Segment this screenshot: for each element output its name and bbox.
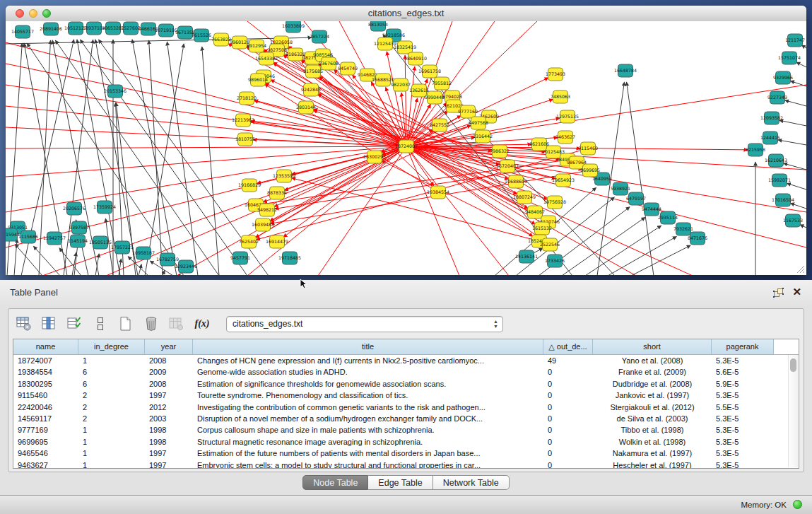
network-edge[interactable] — [787, 183, 806, 189]
network-edge[interactable] — [119, 259, 121, 275]
table-cell[interactable]: 2 — [78, 402, 145, 413]
table-cell[interactable]: 6 — [78, 366, 145, 378]
table-cell[interactable]: 0 — [543, 460, 593, 469]
table-cell[interactable]: Disruption of a novel member of a sodium… — [193, 413, 543, 424]
table-cell[interactable]: 5.9E-5 — [712, 378, 774, 390]
network-canvas[interactable]: 1405571720891406105121271893710410653287… — [6, 21, 806, 275]
table-row[interactable]: 969969511998Structural magnetic resonanc… — [13, 436, 799, 448]
table-cell[interactable]: 49 — [543, 355, 593, 366]
table-cell[interactable]: 5.3E-5 — [712, 424, 774, 436]
network-edge[interactable] — [779, 120, 806, 126]
network-edge[interactable] — [139, 264, 141, 275]
table-cell[interactable]: 1997 — [145, 448, 193, 459]
table-header[interactable]: namein_degreeyeartitle△ out_de...shortpa… — [13, 339, 799, 355]
table-cell[interactable]: 2 — [78, 413, 145, 424]
float-panel-icon[interactable] — [773, 288, 784, 298]
table-cell[interactable]: Tourette syndrome. Phenomenology and cla… — [193, 390, 543, 401]
network-edge[interactable] — [801, 45, 806, 48]
column-header[interactable]: year — [145, 339, 193, 354]
network-edge[interactable] — [796, 62, 806, 67]
network-edge[interactable] — [790, 81, 806, 86]
table-cell[interactable]: Corpus callosum shape and size in male p… — [193, 424, 543, 436]
table-cell[interactable]: 1997 — [145, 460, 193, 469]
table-cell[interactable]: 9115460 — [13, 390, 78, 401]
table-row[interactable]: 1938455462009Genome-wide association stu… — [13, 366, 799, 378]
function-builder-icon[interactable]: f(x) — [194, 315, 211, 332]
table-cell[interactable]: Structural magnetic resonance image aver… — [193, 436, 543, 448]
table-cell[interactable]: 9465546 — [13, 448, 78, 459]
table-settings-icon[interactable] — [16, 315, 33, 332]
tab-network-table[interactable]: Network Table — [433, 475, 510, 490]
table-cell[interactable]: Estimation of the future numbers of pati… — [193, 448, 543, 459]
network-edge[interactable] — [790, 203, 806, 209]
table-cell[interactable]: 1 — [78, 460, 145, 469]
table-cell[interactable]: 5.3E-5 — [712, 448, 774, 459]
table-cell[interactable]: Genome-wide association studies in ADHD. — [193, 366, 543, 378]
table-cell[interactable]: 5.3E-5 — [712, 436, 774, 448]
table-cell[interactable]: 1 — [78, 355, 145, 366]
table-cell[interactable]: 6 — [78, 378, 145, 390]
column-header[interactable]: short — [593, 339, 712, 354]
network-edge[interactable] — [59, 248, 81, 275]
network-edge[interactable] — [167, 42, 198, 275]
table-cell[interactable]: 5.5E-5 — [712, 402, 774, 413]
table-cell[interactable]: Dudbridge et al. (2008) — [593, 378, 712, 390]
table-cell[interactable]: 5.3E-5 — [712, 413, 774, 424]
tab-edge-table[interactable]: Edge Table — [368, 475, 433, 490]
column-header[interactable]: △ out_de... — [543, 339, 593, 354]
table-cell[interactable]: 2012 — [145, 402, 193, 413]
table-cell[interactable]: 1998 — [145, 424, 193, 436]
table-row[interactable]: 911546021997Tourette syndrome. Phenomeno… — [13, 390, 799, 401]
scrollbar-thumb[interactable] — [790, 358, 796, 372]
tab-node-table[interactable]: Node Table — [302, 475, 368, 490]
table-cell[interactable]: 0 — [543, 424, 593, 436]
network-window-titlebar[interactable]: citations_edges.txt — [6, 6, 806, 22]
table-cell[interactable]: Jankovic et al. (1997) — [593, 390, 712, 401]
network-edge[interactable] — [284, 146, 406, 190]
network-edge[interactable] — [785, 100, 806, 106]
network-edge[interactable] — [800, 225, 806, 228]
delete-table-icon[interactable] — [143, 315, 160, 332]
network-edge[interactable] — [265, 83, 406, 146]
network-edge[interactable] — [15, 244, 42, 275]
table-cell[interactable]: 0 — [543, 448, 593, 459]
table-cell[interactable]: Nakamura et al. (1997) — [593, 448, 712, 459]
table-cell[interactable]: Tibbo et al. (1998) — [593, 424, 712, 436]
table-row[interactable]: 1872400712008Changes of HCN gene express… — [13, 355, 799, 366]
network-edge[interactable] — [562, 217, 645, 275]
table-cell[interactable]: 0 — [543, 378, 593, 390]
table-cell[interactable]: 2 — [78, 390, 145, 401]
network-edge[interactable] — [406, 146, 806, 247]
table-cell[interactable]: de Silva et al. (2003) — [593, 413, 712, 424]
table-row[interactable]: 946554611997Estimation of the future num… — [13, 448, 799, 459]
row-height-icon[interactable] — [92, 315, 109, 332]
table-cell[interactable]: 0 — [543, 390, 593, 401]
show-columns-icon[interactable] — [41, 315, 58, 332]
table-cell[interactable]: 14569117 — [13, 413, 78, 424]
table-row[interactable]: 2242004622012Investigating the contribut… — [13, 402, 799, 413]
table-cell[interactable]: 18300295 — [13, 378, 78, 390]
table-cell[interactable]: 2008 — [145, 378, 193, 390]
table-cell[interactable]: 1998 — [145, 436, 193, 448]
column-header[interactable]: title — [193, 339, 543, 354]
table-cell[interactable]: 5.3E-5 — [712, 355, 774, 366]
table-cell[interactable]: 1997 — [145, 390, 193, 401]
table-cell[interactable]: Investigating the contribution of common… — [193, 402, 543, 413]
table-cell[interactable]: Embryonic stem cells: a model to study s… — [193, 460, 543, 469]
table-cell[interactable]: 0 — [543, 413, 593, 424]
table-cell[interactable]: 2009 — [145, 366, 193, 378]
table-cell[interactable]: Wolkin et al. (1998) — [593, 436, 712, 448]
column-header[interactable]: pagerank — [712, 339, 774, 354]
network-window[interactable]: citations_edges.txt 14055717208914061051… — [6, 6, 806, 275]
table-cell[interactable]: 5.3E-5 — [712, 390, 774, 401]
table-cell[interactable]: 5.6E-5 — [712, 366, 774, 378]
table-cell[interactable]: 1 — [78, 448, 145, 459]
network-edge[interactable] — [318, 93, 548, 222]
close-panel-icon[interactable]: ✕ — [792, 286, 801, 298]
table-cell[interactable]: 0 — [543, 402, 593, 413]
vertical-scrollbar[interactable] — [788, 355, 798, 467]
table-cell[interactable]: 9777169 — [13, 424, 78, 436]
table-cell[interactable]: 19384554 — [13, 366, 78, 378]
table-row[interactable]: 1456911722003Disruption of a novel membe… — [13, 413, 799, 424]
table-row[interactable]: 946362711997Embryonic stem cells: a mode… — [13, 460, 799, 469]
